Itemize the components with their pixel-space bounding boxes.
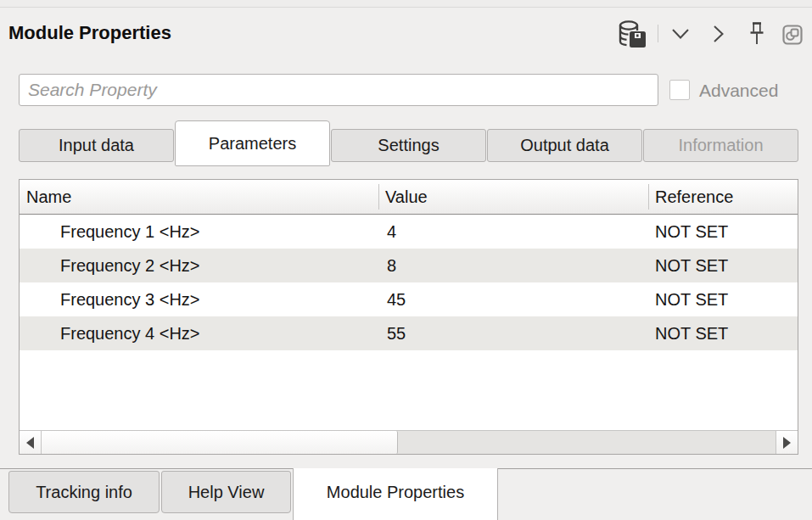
pin-icon — [748, 21, 766, 46]
horizontal-scrollbar[interactable] — [20, 430, 798, 454]
scroll-right-button[interactable] — [776, 431, 798, 454]
row-reference[interactable]: NOT SET — [655, 282, 728, 316]
row-name: Frequency 1 <Hz> — [60, 215, 200, 249]
row-name: Frequency 4 <Hz> — [60, 316, 200, 350]
chevron-down-icon — [671, 28, 690, 40]
property-tab-bar: Input data Settings Output data Informat… — [19, 120, 798, 168]
scrollbar-thumb[interactable] — [42, 431, 398, 454]
column-separator[interactable] — [378, 184, 379, 210]
tab-parameters[interactable]: Parameters — [175, 120, 330, 166]
database-save-icon — [617, 20, 647, 48]
row-value[interactable]: 8 — [387, 249, 396, 282]
restore-window-icon — [782, 25, 803, 45]
row-value[interactable]: 45 — [387, 282, 406, 316]
table-row[interactable]: Frequency 1 <Hz> 4 NOT SET — [20, 215, 798, 249]
tab-information: Information — [643, 129, 798, 162]
advanced-checkbox[interactable] — [669, 80, 690, 100]
table-header: Name Value Reference — [20, 180, 798, 215]
table-row[interactable]: Frequency 3 <Hz> 45 NOT SET — [20, 282, 798, 316]
page-title: Module Properties — [8, 22, 171, 44]
advanced-checkbox-label: Advanced — [699, 81, 778, 101]
scrollbar-track[interactable] — [42, 431, 776, 454]
left-arrow-icon — [26, 437, 34, 449]
row-value[interactable]: 55 — [387, 316, 406, 350]
table-row[interactable]: Frequency 4 <Hz> 55 NOT SET — [20, 316, 798, 350]
bottom-tab-tracking-info[interactable]: Tracking info — [8, 471, 160, 513]
row-name: Frequency 2 <Hz> — [60, 249, 200, 282]
bottom-tab-module-properties[interactable]: Module Properties — [293, 468, 498, 520]
tab-output-data[interactable]: Output data — [487, 129, 642, 162]
scroll-left-button[interactable] — [20, 431, 42, 454]
row-reference[interactable]: NOT SET — [655, 316, 728, 350]
row-reference[interactable]: NOT SET — [655, 249, 728, 282]
pin-panel-button[interactable] — [747, 20, 767, 47]
search-input[interactable] — [19, 74, 658, 106]
chevron-right-icon — [713, 25, 725, 43]
collapse-panel-button[interactable] — [712, 24, 725, 44]
expand-menu-button[interactable] — [670, 27, 691, 41]
database-save-button[interactable] — [616, 19, 648, 49]
row-reference[interactable]: NOT SET — [655, 215, 728, 249]
column-header-reference[interactable]: Reference — [655, 180, 733, 214]
toolbar-divider — [658, 25, 658, 42]
tab-input-data[interactable]: Input data — [19, 129, 174, 162]
panel-top-border — [0, 0, 812, 8]
right-arrow-icon — [783, 437, 791, 449]
parameters-table: Name Value Reference Frequency 1 <Hz> 4 … — [19, 179, 798, 455]
table-body: Frequency 1 <Hz> 4 NOT SET Frequency 2 <… — [20, 215, 798, 350]
row-name: Frequency 3 <Hz> — [60, 282, 200, 316]
row-value[interactable]: 4 — [387, 215, 396, 249]
column-separator[interactable] — [648, 184, 649, 210]
column-header-name[interactable]: Name — [26, 180, 71, 214]
tab-settings[interactable]: Settings — [331, 129, 486, 162]
bottom-tab-help-view[interactable]: Help View — [161, 471, 291, 513]
column-header-value[interactable]: Value — [385, 180, 428, 214]
table-row[interactable]: Frequency 2 <Hz> 8 NOT SET — [20, 249, 798, 282]
float-window-button[interactable] — [781, 24, 804, 46]
